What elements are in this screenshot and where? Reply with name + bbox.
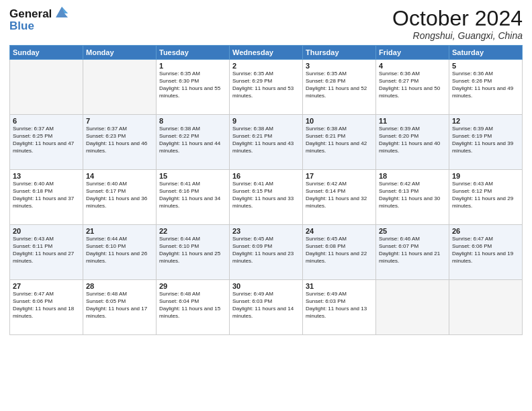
weekday-header-saturday: Saturday <box>449 46 523 60</box>
day-number: 5 <box>452 62 519 70</box>
calendar-cell: 14Sunrise: 6:40 AMSunset: 6:17 PMDayligh… <box>83 170 157 225</box>
day-number: 24 <box>306 227 373 235</box>
calendar-cell: 26Sunrise: 6:47 AMSunset: 6:06 PMDayligh… <box>449 225 523 280</box>
day-info: Sunrise: 6:48 AMSunset: 6:04 PMDaylight:… <box>159 291 226 320</box>
calendar-cell <box>83 60 157 115</box>
day-info: Sunrise: 6:41 AMSunset: 6:16 PMDaylight:… <box>159 181 226 210</box>
day-info: Sunrise: 6:47 AMSunset: 6:06 PMDaylight:… <box>452 236 519 265</box>
weekday-header-sunday: Sunday <box>10 46 83 60</box>
day-info: Sunrise: 6:39 AMSunset: 6:20 PMDaylight:… <box>379 126 446 154</box>
calendar-cell: 1Sunrise: 6:35 AMSunset: 6:30 PMDaylight… <box>157 60 230 115</box>
weekday-header-thursday: Thursday <box>303 46 376 60</box>
day-number: 17 <box>306 172 373 180</box>
day-info: Sunrise: 6:35 AMSunset: 6:28 PMDaylight:… <box>306 71 373 99</box>
calendar-cell <box>10 60 83 115</box>
day-number: 13 <box>13 172 80 180</box>
day-number: 30 <box>232 282 300 290</box>
day-info: Sunrise: 6:36 AMSunset: 6:26 PMDaylight:… <box>452 71 519 99</box>
calendar-cell: 28Sunrise: 6:48 AMSunset: 6:05 PMDayligh… <box>83 280 157 335</box>
day-info: Sunrise: 6:43 AMSunset: 6:11 PMDaylight:… <box>13 236 80 265</box>
day-info: Sunrise: 6:49 AMSunset: 6:03 PMDaylight:… <box>306 291 373 320</box>
calendar-cell: 17Sunrise: 6:42 AMSunset: 6:14 PMDayligh… <box>303 170 376 225</box>
logo: General Blue <box>9 7 71 33</box>
day-number: 16 <box>232 172 300 180</box>
weekday-header-friday: Friday <box>376 46 449 60</box>
day-number: 20 <box>13 227 80 235</box>
day-number: 19 <box>452 172 519 180</box>
day-number: 2 <box>232 62 300 70</box>
day-info: Sunrise: 6:45 AMSunset: 6:09 PMDaylight:… <box>232 236 300 265</box>
calendar-cell: 5Sunrise: 6:36 AMSunset: 6:26 PMDaylight… <box>449 60 523 115</box>
day-number: 28 <box>86 282 153 290</box>
day-info: Sunrise: 6:42 AMSunset: 6:13 PMDaylight:… <box>379 181 446 210</box>
day-info: Sunrise: 6:40 AMSunset: 6:18 PMDaylight:… <box>13 181 80 210</box>
day-number: 23 <box>232 227 300 235</box>
calendar-cell: 18Sunrise: 6:42 AMSunset: 6:13 PMDayligh… <box>376 170 449 225</box>
day-info: Sunrise: 6:37 AMSunset: 6:25 PMDaylight:… <box>13 126 80 154</box>
calendar-cell: 10Sunrise: 6:38 AMSunset: 6:21 PMDayligh… <box>303 115 376 170</box>
header: General Blue October 2024 Rongshui, Guan… <box>9 7 523 41</box>
day-number: 22 <box>159 227 226 235</box>
weekday-header-monday: Monday <box>83 46 157 60</box>
day-info: Sunrise: 6:47 AMSunset: 6:06 PMDaylight:… <box>13 291 80 320</box>
calendar: SundayMondayTuesdayWednesdayThursdayFrid… <box>9 45 523 335</box>
day-info: Sunrise: 6:39 AMSunset: 6:19 PMDaylight:… <box>452 126 519 154</box>
calendar-cell: 7Sunrise: 6:37 AMSunset: 6:23 PMDaylight… <box>83 115 157 170</box>
title-block: October 2024 Rongshui, Guangxi, China <box>392 7 523 41</box>
calendar-cell: 4Sunrise: 6:36 AMSunset: 6:27 PMDaylight… <box>376 60 449 115</box>
day-info: Sunrise: 6:44 AMSunset: 6:10 PMDaylight:… <box>86 236 153 265</box>
weekday-header-row: SundayMondayTuesdayWednesdayThursdayFrid… <box>10 46 523 60</box>
day-number: 25 <box>379 227 446 235</box>
day-info: Sunrise: 6:38 AMSunset: 6:21 PMDaylight:… <box>306 126 373 154</box>
day-number: 12 <box>452 117 519 125</box>
weekday-header-tuesday: Tuesday <box>157 46 230 60</box>
calendar-cell: 12Sunrise: 6:39 AMSunset: 6:19 PMDayligh… <box>449 115 523 170</box>
calendar-cell: 20Sunrise: 6:43 AMSunset: 6:11 PMDayligh… <box>10 225 83 280</box>
week-row-1: 1Sunrise: 6:35 AMSunset: 6:30 PMDaylight… <box>10 60 523 115</box>
calendar-cell: 22Sunrise: 6:44 AMSunset: 6:10 PMDayligh… <box>157 225 230 280</box>
day-number: 6 <box>13 117 80 125</box>
calendar-cell: 6Sunrise: 6:37 AMSunset: 6:25 PMDaylight… <box>10 115 83 170</box>
calendar-cell: 29Sunrise: 6:48 AMSunset: 6:04 PMDayligh… <box>157 280 230 335</box>
day-info: Sunrise: 6:42 AMSunset: 6:14 PMDaylight:… <box>306 181 373 210</box>
calendar-cell: 13Sunrise: 6:40 AMSunset: 6:18 PMDayligh… <box>10 170 83 225</box>
day-number: 11 <box>379 117 446 125</box>
day-info: Sunrise: 6:36 AMSunset: 6:27 PMDaylight:… <box>379 71 446 99</box>
logo-blue: Blue <box>9 20 71 33</box>
day-number: 3 <box>306 62 373 70</box>
day-info: Sunrise: 6:44 AMSunset: 6:10 PMDaylight:… <box>159 236 226 265</box>
day-number: 27 <box>13 282 80 290</box>
calendar-cell: 9Sunrise: 6:38 AMSunset: 6:21 PMDaylight… <box>230 115 303 170</box>
calendar-cell: 23Sunrise: 6:45 AMSunset: 6:09 PMDayligh… <box>230 225 303 280</box>
location: Rongshui, Guangxi, China <box>392 30 523 41</box>
page: General Blue October 2024 Rongshui, Guan… <box>0 0 532 411</box>
weekday-header-wednesday: Wednesday <box>230 46 303 60</box>
calendar-cell: 3Sunrise: 6:35 AMSunset: 6:28 PMDaylight… <box>303 60 376 115</box>
day-number: 26 <box>452 227 519 235</box>
calendar-cell: 19Sunrise: 6:43 AMSunset: 6:12 PMDayligh… <box>449 170 523 225</box>
logo-general: General <box>9 7 52 20</box>
day-info: Sunrise: 6:35 AMSunset: 6:30 PMDaylight:… <box>159 71 226 99</box>
day-number: 14 <box>86 172 153 180</box>
day-info: Sunrise: 6:37 AMSunset: 6:23 PMDaylight:… <box>86 126 153 154</box>
calendar-cell: 21Sunrise: 6:44 AMSunset: 6:10 PMDayligh… <box>83 225 157 280</box>
calendar-cell: 27Sunrise: 6:47 AMSunset: 6:06 PMDayligh… <box>10 280 83 335</box>
calendar-cell: 8Sunrise: 6:38 AMSunset: 6:22 PMDaylight… <box>157 115 230 170</box>
day-number: 10 <box>306 117 373 125</box>
day-number: 21 <box>86 227 153 235</box>
day-info: Sunrise: 6:41 AMSunset: 6:15 PMDaylight:… <box>232 181 300 210</box>
week-row-2: 6Sunrise: 6:37 AMSunset: 6:25 PMDaylight… <box>10 115 523 170</box>
day-number: 7 <box>86 117 153 125</box>
calendar-cell: 16Sunrise: 6:41 AMSunset: 6:15 PMDayligh… <box>230 170 303 225</box>
calendar-cell: 31Sunrise: 6:49 AMSunset: 6:03 PMDayligh… <box>303 280 376 335</box>
day-number: 29 <box>159 282 226 290</box>
day-info: Sunrise: 6:43 AMSunset: 6:12 PMDaylight:… <box>452 181 519 210</box>
calendar-cell: 2Sunrise: 6:35 AMSunset: 6:29 PMDaylight… <box>230 60 303 115</box>
logo-icon <box>53 4 71 21</box>
day-info: Sunrise: 6:38 AMSunset: 6:21 PMDaylight:… <box>232 126 300 154</box>
calendar-cell: 30Sunrise: 6:49 AMSunset: 6:03 PMDayligh… <box>230 280 303 335</box>
day-number: 31 <box>306 282 373 290</box>
day-number: 1 <box>159 62 226 70</box>
calendar-cell <box>376 280 449 335</box>
day-info: Sunrise: 6:45 AMSunset: 6:08 PMDaylight:… <box>306 236 373 265</box>
